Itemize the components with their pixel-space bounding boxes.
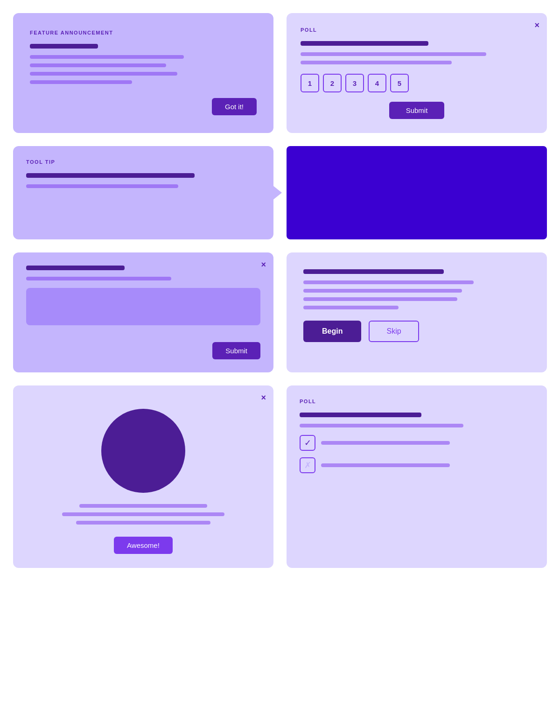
onboarding-title-bar bbox=[303, 269, 444, 274]
rating-btn-1[interactable]: 1 bbox=[301, 74, 319, 92]
feedback-card: × Submit bbox=[13, 252, 273, 372]
poll-1-submit-button[interactable]: Submit bbox=[389, 102, 445, 119]
onboarding-text-2 bbox=[303, 289, 462, 293]
tooltip-tail-icon bbox=[273, 185, 282, 200]
poll-1-title-bar bbox=[301, 41, 428, 46]
profile-card: × Awesome! bbox=[13, 385, 273, 568]
onboarding-button-row: Begin Skip bbox=[303, 321, 530, 342]
feedback-close-button[interactable]: × bbox=[261, 260, 266, 270]
tooltip-title-bar bbox=[26, 173, 195, 178]
checkbox-1-label bbox=[321, 441, 450, 445]
feature-text-bar-1 bbox=[30, 55, 184, 59]
poll-card-1: × POLL 1 2 3 4 5 Submit bbox=[287, 13, 547, 133]
checkbox-checked[interactable]: ✓ bbox=[300, 435, 315, 451]
poll-1-text-bar-2 bbox=[301, 61, 452, 64]
rating-btn-2[interactable]: 2 bbox=[323, 74, 342, 92]
onboarding-text-1 bbox=[303, 280, 474, 284]
feature-announcement-card: FEATURE ANNOUNCEMENT Got it! bbox=[13, 13, 273, 133]
profile-text-3 bbox=[76, 521, 211, 525]
checkbox-2-label bbox=[321, 463, 450, 467]
feature-text-bar-2 bbox=[30, 63, 166, 67]
profile-close-button[interactable]: × bbox=[261, 393, 266, 403]
rating-btn-5[interactable]: 5 bbox=[390, 74, 409, 92]
poll-close-button[interactable]: × bbox=[534, 21, 539, 30]
onboarding-text-3 bbox=[303, 297, 457, 301]
feedback-text-bar bbox=[26, 277, 171, 280]
poll-2-label: POLL bbox=[300, 399, 534, 404]
profile-text-2 bbox=[62, 512, 225, 516]
poll-2-text-bar bbox=[300, 424, 463, 427]
onboarding-text-4 bbox=[303, 306, 399, 309]
feature-title-bar bbox=[30, 44, 98, 49]
begin-button[interactable]: Begin bbox=[303, 321, 361, 342]
rating-btn-4[interactable]: 4 bbox=[368, 74, 386, 92]
feedback-title-bar bbox=[26, 266, 125, 270]
awesome-button[interactable]: Awesome! bbox=[114, 537, 173, 554]
onboarding-card: Begin Skip bbox=[287, 252, 547, 372]
checkbox-unchecked[interactable]: ✗ bbox=[300, 457, 315, 473]
feature-text-bar-4 bbox=[30, 80, 132, 84]
checkbox-row-1: ✓ bbox=[300, 435, 534, 451]
poll-2-title-bar bbox=[300, 413, 421, 417]
poll-card-2: POLL ✓ ✗ bbox=[287, 385, 547, 568]
tooltip-label: TOOL TIP bbox=[26, 159, 260, 165]
poll-rating-group: 1 2 3 4 5 bbox=[301, 74, 533, 92]
skip-button[interactable]: Skip bbox=[369, 321, 419, 342]
tooltip-text-bar-2 bbox=[26, 184, 178, 188]
feedback-submit-button[interactable]: Submit bbox=[212, 342, 260, 359]
poll-1-label: POLL bbox=[301, 27, 533, 33]
tooltip-card: TOOL TIP bbox=[13, 146, 273, 239]
rating-btn-3[interactable]: 3 bbox=[345, 74, 364, 92]
got-it-button[interactable]: Got it! bbox=[212, 98, 257, 115]
dark-purple-block bbox=[287, 146, 547, 239]
feedback-textarea[interactable] bbox=[26, 288, 260, 325]
poll-1-text-bar-1 bbox=[301, 52, 486, 56]
checkbox-row-2: ✗ bbox=[300, 457, 534, 473]
profile-text-1 bbox=[79, 504, 207, 508]
feature-announcement-label: FEATURE ANNOUNCEMENT bbox=[30, 30, 257, 35]
avatar bbox=[101, 409, 185, 493]
feature-text-bar-3 bbox=[30, 72, 177, 76]
